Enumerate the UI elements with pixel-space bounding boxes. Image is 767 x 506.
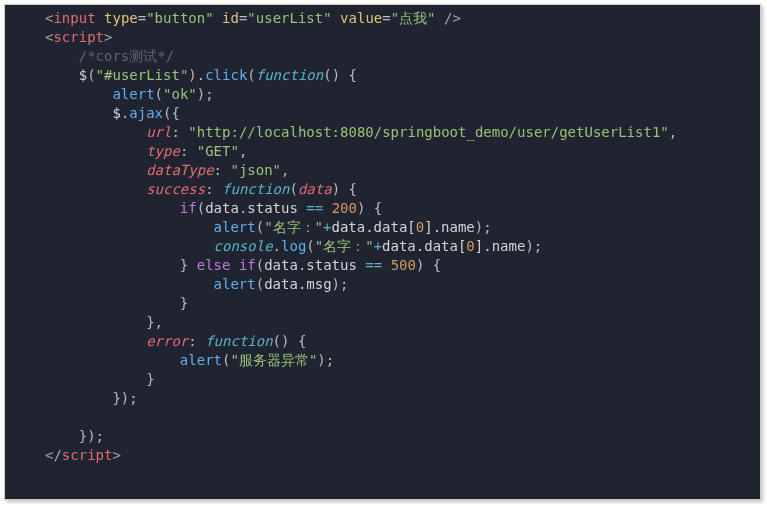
tag-script-open: script [53, 29, 104, 45]
code-editor-frame: <input type="button" id="userList" value… [4, 4, 761, 500]
tag-input: input [53, 10, 95, 26]
comment: /*cors测试*/ [79, 48, 174, 64]
tag-script-close: script [62, 447, 113, 463]
code-block: <input type="button" id="userList" value… [5, 5, 760, 473]
